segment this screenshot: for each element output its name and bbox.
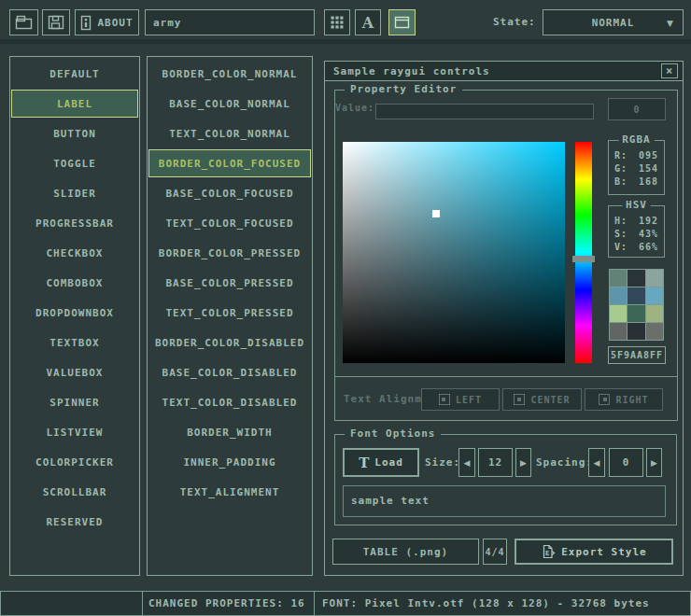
align-center-icon (514, 394, 525, 405)
state-dropdown[interactable]: NORMAL ▼ (543, 9, 684, 35)
align-right-icon (599, 394, 610, 405)
sidebar-item-spinner[interactable]: SPINNER (11, 388, 138, 416)
color-swatch[interactable] (628, 270, 644, 287)
sidebar-item-scrollbar[interactable]: SCROLLBAR (11, 478, 138, 506)
sample-text-box[interactable]: sample text (343, 485, 666, 517)
font-load-button[interactable]: T Load (343, 448, 419, 477)
sidebar-item-reserved[interactable]: RESERVED (11, 508, 138, 536)
color-swatch[interactable] (646, 305, 663, 322)
size-increment-button[interactable]: ▶ (515, 448, 531, 477)
value-label: Value: (335, 101, 374, 116)
close-icon: × (666, 65, 673, 77)
property-item[interactable]: BASE_COLOR_DISABLED (148, 358, 311, 386)
sidebar-item-label[interactable]: LABEL (11, 90, 138, 118)
controls-list-panel: DEFAULT LABEL BUTTON TOGGLE SLIDER PROGR… (9, 56, 140, 576)
color-swatch[interactable] (628, 323, 644, 340)
color-swatch[interactable] (646, 323, 663, 340)
rgba-group: RGBA R:095 G:154 B:168 (608, 140, 665, 195)
property-item[interactable]: BASE_COLOR_FOCUSED (148, 179, 311, 207)
property-item[interactable]: BORDER_WIDTH (148, 418, 311, 446)
info-icon (80, 15, 92, 31)
color-picker-gradient[interactable] (343, 142, 565, 363)
property-item[interactable]: TEXT_COLOR_FOCUSED (148, 209, 311, 237)
new-file-button[interactable] (9, 9, 38, 35)
color-swatch[interactable] (646, 287, 663, 304)
sidebar-item-valuebox[interactable]: VALUEBOX (11, 358, 138, 386)
window-view-button[interactable] (388, 9, 416, 35)
hue-slider-handle[interactable] (572, 256, 595, 262)
property-item-selected[interactable]: BORDER_COLOR_FOCUSED (148, 149, 311, 177)
window-titlebar[interactable]: Sample raygui controls (325, 62, 683, 81)
property-item[interactable]: TEXT_ALIGNMENT (148, 478, 311, 506)
left-arrow-icon: ◀ (464, 458, 471, 468)
sidebar-item-dropdownbox[interactable]: DROPDOWNBOX (11, 299, 138, 327)
color-swatch[interactable] (628, 305, 644, 322)
property-item[interactable]: TEXT_COLOR_NORMAL (148, 119, 311, 147)
color-swatch[interactable] (628, 287, 644, 304)
size-value-box[interactable]: 12 (478, 448, 513, 477)
property-item[interactable]: BORDER_COLOR_PRESSED (148, 239, 311, 267)
rgba-g-row: G:154 (613, 163, 660, 174)
size-decrement-button[interactable]: ◀ (458, 448, 475, 477)
svg-text:E: E (545, 550, 550, 557)
property-item[interactable]: TEXT_COLOR_PRESSED (148, 299, 311, 327)
style-name-input[interactable] (145, 9, 315, 35)
sidebar-item-checkbox[interactable]: CHECKBOX (11, 239, 138, 267)
value-input[interactable] (375, 104, 594, 119)
font-view-button[interactable]: A (355, 9, 381, 35)
sidebar-item-textbox[interactable]: TEXTBOX (11, 329, 138, 357)
rgba-b-row: B:168 (613, 176, 660, 187)
color-swatch[interactable] (610, 287, 627, 304)
sample-text: sample text (351, 495, 430, 507)
sidebar-item-listview[interactable]: LISTVIEW (11, 418, 138, 446)
hsv-group: HSV H:192 S:43% V:66% (608, 205, 665, 258)
color-swatch[interactable] (610, 323, 627, 340)
hex-value: 5F9AA8FF (611, 350, 663, 360)
sidebar-item-progressbar[interactable]: PROGRESSBAR (11, 209, 138, 237)
rgba-r-row: R:095 (613, 150, 660, 161)
sample-controls-window: Sample raygui controls × Property Editor… (324, 61, 684, 576)
sidebar-item-button[interactable]: BUTTON (11, 119, 138, 147)
value-zero-button[interactable]: 0 (608, 98, 666, 120)
sidebar-item-combobox[interactable]: COMBOBOX (11, 269, 138, 297)
status-font-info: FONT: Pixel Intv.otf (128 x 128) - 32768… (314, 591, 691, 616)
property-item[interactable]: BORDER_COLOR_NORMAL (148, 60, 311, 88)
color-swatch[interactable] (610, 305, 627, 322)
sidebar-item-default[interactable]: DEFAULT (11, 60, 138, 88)
hsv-h-row: H:192 (613, 216, 660, 226)
property-item[interactable]: BORDER_COLOR_DISABLED (148, 329, 311, 357)
close-button[interactable]: × (661, 63, 678, 78)
property-item[interactable]: INNER_PADDING (148, 448, 311, 476)
properties-list-panel: BORDER_COLOR_NORMAL BASE_COLOR_NORMAL TE… (147, 56, 313, 576)
align-left-button[interactable]: LEFT (421, 388, 500, 411)
table-export-button[interactable]: TABLE (.png) (332, 539, 479, 565)
align-right-button[interactable]: RIGHT (585, 388, 663, 411)
export-style-button[interactable]: E Export Style (515, 539, 673, 565)
grid-view-button[interactable] (324, 9, 350, 35)
color-swatch[interactable] (610, 270, 627, 287)
spacing-label: Spacing: (536, 448, 593, 477)
rgba-group-label: RGBA (618, 133, 655, 146)
status-segment-left (0, 591, 143, 616)
hue-slider[interactable] (575, 142, 592, 363)
sidebar-item-colorpicker[interactable]: COLORPICKER (11, 448, 138, 476)
floppy-icon (48, 15, 64, 30)
align-center-button[interactable]: CENTER (502, 388, 582, 411)
sidebar-item-toggle[interactable]: TOGGLE (11, 149, 138, 177)
align-left-icon (439, 394, 450, 405)
save-button[interactable] (42, 9, 70, 35)
property-item[interactable]: BASE_COLOR_NORMAL (148, 90, 311, 118)
color-swatch[interactable] (646, 270, 663, 287)
hex-value-box[interactable]: 5F9AA8FF (608, 346, 666, 364)
property-item[interactable]: TEXT_COLOR_DISABLED (148, 388, 311, 416)
spacing-value-box[interactable]: 0 (609, 448, 643, 477)
color-picker-cursor[interactable] (432, 210, 440, 217)
spacing-decrement-button[interactable]: ◀ (588, 448, 605, 477)
hsv-group-label: HSV (622, 199, 651, 211)
rguistyler-app: ABOUT A State: NORMA (0, 0, 691, 616)
toolbar: ABOUT A State: NORMA (0, 0, 691, 41)
sidebar-item-slider[interactable]: SLIDER (11, 179, 138, 207)
spacing-increment-button[interactable]: ▶ (646, 448, 662, 477)
about-button[interactable]: ABOUT (75, 9, 139, 35)
property-item[interactable]: BASE_COLOR_PRESSED (148, 269, 311, 297)
